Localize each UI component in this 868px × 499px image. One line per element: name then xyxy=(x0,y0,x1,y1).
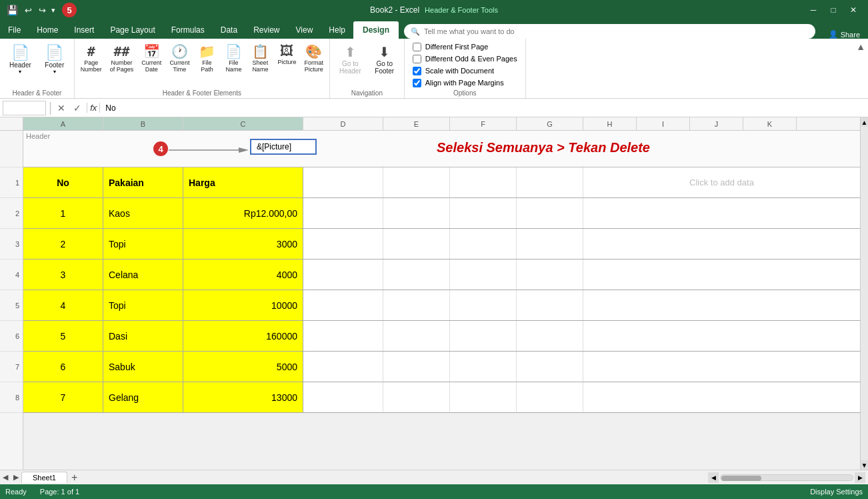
col-header-I: I xyxy=(637,117,690,130)
formula-value: No xyxy=(103,103,118,113)
spreadsheet-container: 1 2 3 4 5 6 7 8 A B C D E F G H I J K He… xyxy=(0,117,868,470)
scale-with-document-option[interactable]: Scale with Document xyxy=(413,67,517,75)
tab-file[interactable]: File xyxy=(0,21,29,39)
ribbon-group-navigation: ⬆ Go toHeader ⬇ Go toFooter Navigation xyxy=(330,39,405,98)
tab-review[interactable]: Review xyxy=(245,21,287,39)
display-settings[interactable]: Display Settings xyxy=(810,488,863,496)
fx-label: fx xyxy=(87,103,100,113)
col-header-G: G xyxy=(517,117,583,130)
tab-view[interactable]: View xyxy=(288,21,321,39)
tab-design[interactable]: Design xyxy=(353,21,399,39)
annotation-badge-5: 5 xyxy=(62,3,77,17)
different-first-page-option[interactable]: Different First Page xyxy=(413,43,517,51)
different-odd-even-option[interactable]: Different Odd & Even Pages xyxy=(413,55,517,63)
ribbon-group-hf-elements: # PageNumber ## Numberof Pages 📅 Current… xyxy=(75,39,330,98)
redo-button[interactable]: ↪ xyxy=(37,4,47,17)
ribbon-group-header-footer: 📄 Header ▾ 📄 Footer ▾ Header & Footer xyxy=(0,39,75,98)
tab-page-layout[interactable]: Page Layout xyxy=(102,21,163,39)
annotation-badge-4: 4 xyxy=(153,141,168,156)
table-row: 4 Topi 10000 xyxy=(23,290,860,321)
status-page: Page: 1 of 1 xyxy=(40,488,79,496)
current-date-button[interactable]: 📅 CurrentDate xyxy=(138,41,165,75)
grid-area: A B C D E F G H I J K Header 4 xyxy=(23,117,860,470)
picture-button[interactable]: 🖼 Picture xyxy=(274,41,299,67)
header-section-label: Header xyxy=(26,132,50,140)
title-bar: 💾 ↩ ↪ ▾ 5 Book2 - Excel Header & Footer … xyxy=(0,0,868,20)
search-input[interactable] xyxy=(424,27,809,35)
save-button[interactable]: 💾 xyxy=(5,3,19,17)
file-name-button[interactable]: 📄 FileName xyxy=(221,41,246,75)
svg-marker-1 xyxy=(239,147,249,153)
row-num-header-section xyxy=(0,131,23,167)
sheet-tab-sheet1[interactable]: Sheet1 xyxy=(21,472,67,483)
table-header-row: No Pakaian Harga Click to add data xyxy=(23,167,860,198)
share-button[interactable]: 👤 Share xyxy=(821,30,868,39)
ribbon-group-nav-label: Navigation xyxy=(334,88,400,98)
page-number-button[interactable]: # PageNumber xyxy=(77,41,105,75)
tab-formulas[interactable]: Formulas xyxy=(163,21,213,39)
restore-button[interactable]: □ xyxy=(824,1,843,19)
col-header-J: J xyxy=(690,117,743,130)
table-row: 6 Sabuk 5000 xyxy=(23,352,860,382)
col-no-header: No xyxy=(23,167,103,197)
number-of-pages-button[interactable]: ## Numberof Pages xyxy=(107,41,137,75)
picture-code-cell[interactable]: &[Picture] xyxy=(250,139,317,155)
table-row: 1 Kaos Rp12.000,00 xyxy=(23,198,860,229)
sheet-tab-bar: ◀ ▶ Sheet1 + ◀ ▶ xyxy=(0,470,868,484)
go-to-footer-button[interactable]: ⬇ Go toFooter xyxy=(369,41,400,77)
align-with-margins-option[interactable]: Align with Page Margins xyxy=(413,79,517,87)
col-header-A: A xyxy=(23,117,103,130)
row-num-4: 4 xyxy=(0,260,23,290)
row-num-5: 5 xyxy=(0,290,23,321)
col-harga-header: Harga xyxy=(183,167,303,197)
column-header-row: A B C D E F G H I J K xyxy=(23,117,860,131)
vertical-scrollbar[interactable]: ▲ ▼ xyxy=(860,117,868,470)
ribbon-group-options: Different First Page Different Odd & Eve… xyxy=(405,39,526,98)
tab-data[interactable]: Data xyxy=(213,21,245,39)
close-button[interactable]: ✕ xyxy=(844,1,863,19)
col-header-E: E xyxy=(383,117,450,130)
confirm-formula-button[interactable]: ✓ xyxy=(71,103,84,113)
row-num-8: 8 xyxy=(0,382,23,413)
status-ready: Ready xyxy=(5,488,27,496)
row-num-1: 1 xyxy=(0,167,23,198)
tab-home[interactable]: Home xyxy=(29,21,66,39)
tab-insert[interactable]: Insert xyxy=(66,21,102,39)
col-header-H: H xyxy=(583,117,637,130)
col-header-B: B xyxy=(103,117,183,130)
go-to-header-button[interactable]: ⬆ Go toHeader xyxy=(334,41,367,77)
header-section-row: Header 4 &[Picture] Seleksi Semuanya > T… xyxy=(23,131,860,167)
minimize-button[interactable]: ─ xyxy=(804,1,823,19)
formula-bar-separator: | xyxy=(49,100,52,115)
name-box[interactable]: A1 xyxy=(3,101,46,115)
col-header-D: D xyxy=(303,117,383,130)
ribbon-collapse-button[interactable]: ▲ xyxy=(856,41,865,52)
ribbon-group-hf-label: Header & Footer xyxy=(4,88,70,98)
col-header-F: F xyxy=(450,117,517,130)
tab-help[interactable]: Help xyxy=(321,21,353,39)
ribbon-tabs-row: File Home Insert Page Layout Formulas Da… xyxy=(0,20,868,39)
cancel-formula-button[interactable]: ✕ xyxy=(55,103,68,113)
header-button[interactable]: 📄 Header ▾ xyxy=(4,41,37,77)
click-to-add: Click to add data xyxy=(583,167,860,197)
current-time-button[interactable]: 🕐 CurrentTime xyxy=(166,41,193,75)
row-num-2: 2 xyxy=(0,198,23,229)
formula-bar: A1 | ✕ ✓ fx No xyxy=(0,99,868,117)
add-sheet-button[interactable]: + xyxy=(67,472,81,484)
col-pakaian-header: Pakaian xyxy=(103,167,183,197)
row-num-7: 7 xyxy=(0,352,23,382)
format-picture-button[interactable]: 🎨 FormatPicture xyxy=(301,41,327,75)
annotation-text: Seleksi Semuanya > Tekan Delete xyxy=(437,140,650,155)
footer-button[interactable]: 📄 Footer ▾ xyxy=(39,41,70,77)
horizontal-scrollbar[interactable]: ◀ ▶ xyxy=(81,472,868,483)
col-header-C: C xyxy=(183,117,303,130)
sheet-name-button[interactable]: 📋 SheetName xyxy=(247,41,273,75)
ribbon-group-options-label: Options xyxy=(413,88,517,98)
undo-button[interactable]: ↩ xyxy=(23,4,33,17)
file-path-button[interactable]: 📁 FilePath xyxy=(194,41,219,75)
table-row: 2 Topi 3000 xyxy=(23,229,860,260)
next-sheet-button[interactable]: ▶ xyxy=(11,473,21,482)
row-num-3: 3 xyxy=(0,229,23,260)
prev-sheet-button[interactable]: ◀ xyxy=(0,473,11,482)
hf-tools-label: Header & Footer Tools xyxy=(425,6,498,14)
